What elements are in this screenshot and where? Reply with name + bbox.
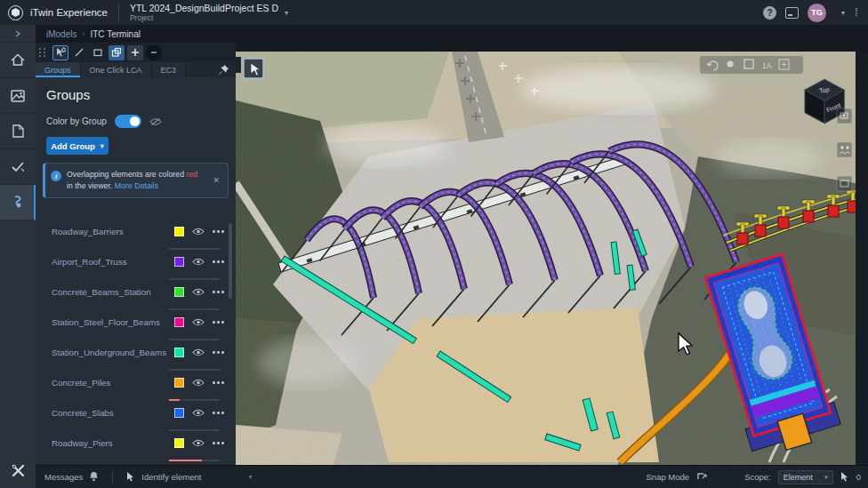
panel-scrollbar-thumb[interactable] <box>229 223 232 299</box>
line-tool-button[interactable] <box>71 45 87 60</box>
avatar[interactable]: TG <box>808 4 826 22</box>
group-name: Concrete_Slabs <box>52 408 174 418</box>
group-menu-button[interactable] <box>213 230 225 233</box>
project-sublabel: Project <box>130 14 278 22</box>
group-menu-button[interactable] <box>213 321 225 324</box>
group-color-swatch[interactable] <box>174 227 184 236</box>
group-menu-button[interactable] <box>213 442 225 444</box>
group-row[interactable]: Concrete_Beams_Station <box>36 282 236 312</box>
group-color-swatch[interactable] <box>174 438 184 448</box>
group-color-swatch[interactable] <box>174 348 184 357</box>
app-title: iTwin Experience <box>30 7 108 18</box>
drag-handle-icon[interactable] <box>39 48 46 57</box>
select-tool-button[interactable] <box>52 45 68 60</box>
sidebar-item-validation[interactable] <box>0 149 36 185</box>
group-color-swatch[interactable] <box>174 287 184 297</box>
panel-collapse-handle[interactable] <box>236 57 241 73</box>
viewport-toolbar[interactable]: 1A <box>700 56 803 74</box>
add-group-label: Add Group <box>51 141 95 151</box>
project-switcher[interactable]: YTL 2024_DesignBuildProject ES D Project <box>130 4 278 22</box>
color-by-group-toggle[interactable] <box>115 115 141 128</box>
snap-mode-label[interactable]: Snap Mode <box>647 472 690 482</box>
rectangle-tool-button[interactable] <box>90 45 106 60</box>
more-options-icon[interactable]: ⁞ <box>854 11 859 14</box>
group-menu-button[interactable] <box>213 351 225 354</box>
scope-value: Element <box>784 473 813 482</box>
more-details-link[interactable]: More Details <box>115 181 158 190</box>
viewport-3d-scene[interactable]: 1A Top Front <box>236 52 856 465</box>
visibility-eye-icon[interactable] <box>192 409 205 417</box>
add-group-button[interactable]: Add Group ▾ <box>46 137 108 155</box>
group-row[interactable]: Station_Underground_Beams <box>36 342 236 372</box>
visibility-eye-icon[interactable] <box>192 348 205 356</box>
people-icon <box>840 146 843 148</box>
tab-one-click-lca[interactable]: One Click LCA <box>81 62 152 77</box>
group-row[interactable]: Airport_Roof_Truss <box>36 252 236 282</box>
account-caret-icon[interactable]: ▾ <box>841 9 845 17</box>
group-progress-track <box>169 248 220 250</box>
group-name: Roadway_Piers <box>52 438 174 448</box>
carbon-footprint-icon <box>12 196 23 209</box>
group-selection-tool-button[interactable] <box>108 45 125 60</box>
group-color-swatch[interactable] <box>174 408 184 418</box>
panel-title: Groups <box>46 87 236 102</box>
sidebar-item-home[interactable] <box>0 43 36 78</box>
viewport-select-button[interactable] <box>244 59 263 78</box>
viewport-3d[interactable]: 1A Top Front <box>236 52 856 465</box>
scope-select[interactable]: Element ▾ <box>778 470 833 484</box>
group-color-swatch[interactable] <box>174 378 184 388</box>
header-divider <box>118 4 119 20</box>
breadcrumb-separator-icon: › <box>82 29 84 38</box>
visibility-eye-icon[interactable] <box>192 439 205 447</box>
remove-from-selection-button[interactable] <box>146 45 162 60</box>
overlap-info-banner: i Overlapping elements are colored red i… <box>43 163 229 198</box>
bell-icon[interactable] <box>89 471 99 484</box>
sidebar-item-tools[interactable] <box>0 452 36 488</box>
snap-mode-icon[interactable] <box>696 471 707 483</box>
group-row[interactable]: Station_Steel_Floor_Beams <box>36 312 236 342</box>
group-color-swatch[interactable] <box>174 317 184 327</box>
group-progress-bar <box>169 460 202 461</box>
group-menu-button[interactable] <box>213 260 225 263</box>
app-header: iTwin Experience YTL 2024_DesignBuildPro… <box>0 0 868 25</box>
rail-expand-button[interactable] <box>0 25 36 43</box>
group-color-swatch[interactable] <box>174 257 184 267</box>
sidebar-item-imodels[interactable] <box>0 78 36 114</box>
group-menu-button[interactable] <box>213 381 225 384</box>
eye-slash-icon[interactable] <box>149 117 162 126</box>
group-row[interactable]: Roadway_Piers <box>36 433 236 463</box>
group-name: Concrete_Beams_Station <box>52 287 174 297</box>
group-name: Station_Underground_Beams <box>52 348 174 357</box>
tab-ec3[interactable]: EC3 <box>152 62 187 77</box>
group-row[interactable]: Concrete_Slabs <box>36 403 236 433</box>
sidebar-item-documents[interactable] <box>0 114 36 149</box>
measure-icon: 1A <box>762 61 772 70</box>
viewport-top-strip <box>236 43 868 52</box>
group-menu-button[interactable] <box>213 291 225 293</box>
viewport-side-tools[interactable] <box>837 108 852 191</box>
group-row[interactable]: Concrete_Piles <box>36 372 236 403</box>
visibility-eye-icon[interactable] <box>192 288 205 296</box>
visibility-eye-icon[interactable] <box>192 379 205 387</box>
project-caret-icon[interactable]: ▾ <box>285 9 288 17</box>
visibility-eye-icon[interactable] <box>192 318 205 326</box>
banner-close-icon[interactable]: ✕ <box>211 176 221 185</box>
add-to-selection-button[interactable] <box>127 45 143 60</box>
group-row[interactable]: Roadway_Barriers <box>36 221 236 252</box>
pin-panel-icon[interactable] <box>212 62 236 77</box>
console-window-icon[interactable] <box>785 7 799 19</box>
messages-label[interactable]: Messages <box>44 472 83 482</box>
group-name: Roadway_Barriers <box>52 227 174 236</box>
visibility-eye-icon[interactable] <box>192 228 205 236</box>
visibility-eye-icon[interactable] <box>192 258 205 266</box>
group-progress-bar <box>169 399 180 401</box>
breadcrumb-imodels[interactable]: iModels <box>46 29 76 39</box>
tab-groups[interactable]: Groups <box>36 62 81 77</box>
identify-caret-icon[interactable]: ▾ <box>248 473 252 481</box>
identify-element-label: Identify element <box>141 472 201 482</box>
sidebar-item-carbon-active[interactable] <box>0 185 36 220</box>
cube-top-label: Top <box>819 86 831 95</box>
help-icon[interactable]: ? <box>763 6 776 20</box>
selection-pointer-icon <box>840 472 849 483</box>
group-menu-button[interactable] <box>213 412 225 414</box>
